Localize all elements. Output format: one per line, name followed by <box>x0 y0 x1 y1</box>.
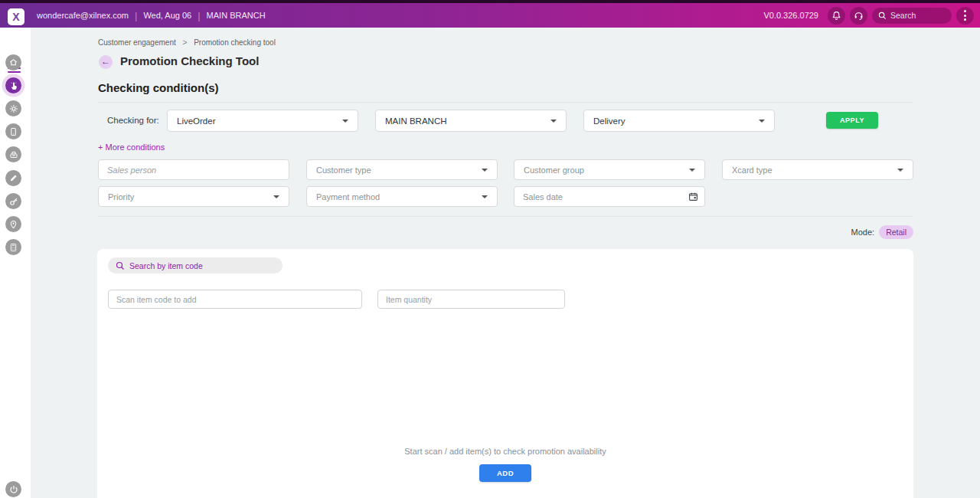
customer-group-placeholder: Customer group <box>524 165 689 175</box>
branch-value: MAIN BRANCH <box>385 116 550 126</box>
calculator-icon <box>9 243 18 252</box>
search-icon <box>878 11 887 20</box>
checking-type-value: LiveOrder <box>177 116 342 126</box>
sidebar-item-location[interactable] <box>5 216 21 232</box>
edit-pencil-icon <box>9 174 18 182</box>
chevron-down-icon <box>759 120 765 123</box>
payment-method-placeholder: Payment method <box>316 192 482 201</box>
apply-button[interactable]: APPLY <box>826 112 878 129</box>
sales-person-input[interactable] <box>98 159 289 180</box>
support-button[interactable] <box>850 7 867 25</box>
notifications-button[interactable] <box>828 7 845 25</box>
priority-select[interactable]: Priority <box>98 186 289 207</box>
more-conditions-link[interactable]: + More conditions <box>98 143 165 152</box>
customer-group-select[interactable]: Customer group <box>514 159 705 180</box>
item-quantity-input[interactable] <box>377 290 565 309</box>
breadcrumb-separator: > <box>183 38 188 47</box>
sidebar-item-edit[interactable] <box>5 170 21 186</box>
xcard-type-select[interactable]: Xcard type <box>722 159 913 180</box>
topbar: X wondercafe@xilnex.com | Wed, Aug 06 | … <box>0 0 980 28</box>
breadcrumb-customer-engagement[interactable]: Customer engagement <box>98 38 176 47</box>
sidebar <box>0 28 31 498</box>
checking-type-select[interactable]: LiveOrder <box>167 110 358 132</box>
chevron-down-icon <box>689 169 695 172</box>
customer-type-select[interactable]: Customer type <box>306 159 498 180</box>
chevron-down-icon <box>482 169 488 172</box>
chevron-down-icon <box>550 120 557 123</box>
sidebar-item-calculator[interactable] <box>5 239 21 255</box>
pos-register-icon <box>9 150 18 159</box>
section-title: Checking condition(s) <box>98 81 219 94</box>
item-search-input[interactable]: Search by item code <box>108 257 283 274</box>
xcard-type-placeholder: Xcard type <box>732 165 897 175</box>
page-title: Promotion Checking Tool <box>120 54 259 67</box>
calendar-icon[interactable] <box>688 192 698 201</box>
sales-date-field[interactable] <box>514 186 705 207</box>
main-content: Customer engagement > Promotion checking… <box>31 28 980 498</box>
topbar-session-info: wondercafe@xilnex.com | Wed, Aug 06 | MA… <box>31 3 272 28</box>
sidebar-item-pos[interactable] <box>5 146 21 162</box>
breadcrumb-promotion-checking-tool[interactable]: Promotion checking tool <box>194 38 276 47</box>
empty-state-text: Start scan / add item(s) to check promot… <box>97 447 913 456</box>
global-search-placeholder: Search <box>890 11 916 20</box>
branch-select[interactable]: MAIN BRANCH <box>375 110 567 132</box>
add-button[interactable]: ADD <box>479 464 531 482</box>
global-search-input[interactable]: Search <box>872 8 952 24</box>
back-button[interactable]: ← <box>99 55 113 69</box>
key-icon <box>9 197 18 206</box>
divider <box>98 102 913 103</box>
current-date: Wed, Aug 06 <box>137 11 198 20</box>
sales-date-input[interactable] <box>523 192 688 201</box>
back-arrow-icon: ← <box>101 56 110 67</box>
bell-icon <box>831 11 841 21</box>
logo-letter: X <box>12 11 19 23</box>
xilnex-logo[interactable]: X <box>8 8 24 25</box>
app-window: X wondercafe@xilnex.com | Wed, Aug 06 | … <box>0 0 980 498</box>
sidebar-item-settings[interactable] <box>5 100 21 116</box>
account-email: wondercafe@xilnex.com <box>31 11 135 20</box>
home-icon <box>9 58 18 67</box>
branch-name: MAIN BRANCH <box>201 11 272 20</box>
mobile-icon <box>9 127 18 136</box>
chevron-down-icon <box>482 195 488 198</box>
chevron-down-icon <box>897 169 903 172</box>
item-panel: Search by item code Start scan / add ite… <box>97 249 913 498</box>
sidebar-item-access-key[interactable] <box>5 193 21 209</box>
location-pin-icon <box>9 220 18 229</box>
order-type-value: Delivery <box>593 116 759 126</box>
headset-icon <box>854 11 864 21</box>
search-icon <box>116 261 125 270</box>
item-search-placeholder: Search by item code <box>129 261 203 270</box>
mode-row: Mode: Retail <box>851 225 913 239</box>
topbar-actions: V0.0.326.0729 S <box>763 3 974 28</box>
divider <box>98 216 913 217</box>
settings-icon <box>9 104 18 113</box>
sidebar-item-logout[interactable] <box>5 481 21 497</box>
mode-label: Mode: <box>851 228 875 237</box>
app-version: V0.0.326.0729 <box>763 11 818 20</box>
payment-method-select[interactable]: Payment method <box>306 186 498 207</box>
mode-badge[interactable]: Retail <box>879 225 913 239</box>
order-type-select[interactable]: Delivery <box>583 110 775 132</box>
breadcrumb: Customer engagement > Promotion checking… <box>98 38 276 47</box>
sidebar-item-home[interactable] <box>5 54 21 70</box>
sidebar-item-promotion-checking[interactable] <box>5 77 21 93</box>
power-icon <box>9 485 18 494</box>
scan-item-code-input[interactable] <box>108 290 362 309</box>
kebab-menu-icon <box>964 10 966 21</box>
customer-type-placeholder: Customer type <box>316 165 482 175</box>
sidebar-item-mobile[interactable] <box>5 123 21 139</box>
checking-for-label: Checking for: <box>107 116 159 125</box>
promotion-touch-icon <box>9 81 18 90</box>
chevron-down-icon <box>273 195 279 198</box>
priority-placeholder: Priority <box>108 192 273 201</box>
chevron-down-icon <box>342 120 348 123</box>
overflow-menu-button[interactable] <box>956 7 974 25</box>
